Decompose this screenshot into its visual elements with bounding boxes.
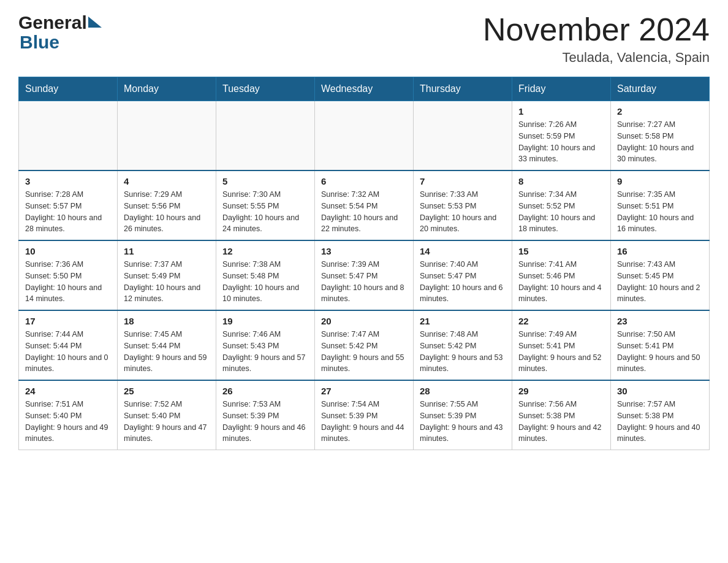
day-number: 24: [25, 386, 111, 396]
calendar-day-cell: 25Sunrise: 7:52 AM Sunset: 5:40 PM Dayli…: [118, 380, 216, 450]
calendar-day-cell: [315, 101, 414, 171]
day-number: 19: [222, 316, 308, 326]
day-number: 27: [321, 386, 407, 396]
day-number: 25: [124, 386, 210, 396]
day-number: 5: [222, 176, 308, 186]
calendar-day-cell: 12Sunrise: 7:38 AM Sunset: 5:48 PM Dayli…: [216, 240, 315, 310]
calendar-day-cell: 18Sunrise: 7:45 AM Sunset: 5:44 PM Dayli…: [118, 310, 216, 380]
calendar-day-cell: 15Sunrise: 7:41 AM Sunset: 5:46 PM Dayli…: [512, 240, 611, 310]
day-info: Sunrise: 7:37 AM Sunset: 5:49 PM Dayligh…: [124, 259, 210, 305]
weekday-header-thursday: Thursday: [414, 77, 512, 101]
location: Teulada, Valencia, Spain: [483, 50, 710, 66]
day-info: Sunrise: 7:44 AM Sunset: 5:44 PM Dayligh…: [25, 329, 111, 375]
day-info: Sunrise: 7:45 AM Sunset: 5:44 PM Dayligh…: [124, 329, 210, 375]
day-number: 17: [25, 316, 111, 326]
day-info: Sunrise: 7:28 AM Sunset: 5:57 PM Dayligh…: [25, 189, 111, 235]
calendar-day-cell: 7Sunrise: 7:33 AM Sunset: 5:53 PM Daylig…: [414, 170, 512, 240]
calendar-day-cell: 6Sunrise: 7:32 AM Sunset: 5:54 PM Daylig…: [315, 170, 414, 240]
calendar-day-cell: [118, 101, 216, 171]
day-info: Sunrise: 7:27 AM Sunset: 5:58 PM Dayligh…: [617, 119, 703, 165]
day-info: Sunrise: 7:39 AM Sunset: 5:47 PM Dayligh…: [321, 259, 407, 305]
calendar-day-cell: 24Sunrise: 7:51 AM Sunset: 5:40 PM Dayli…: [19, 380, 118, 450]
day-info: Sunrise: 7:34 AM Sunset: 5:52 PM Dayligh…: [518, 189, 604, 235]
day-info: Sunrise: 7:30 AM Sunset: 5:55 PM Dayligh…: [222, 189, 308, 235]
day-info: Sunrise: 7:47 AM Sunset: 5:42 PM Dayligh…: [321, 329, 407, 375]
day-info: Sunrise: 7:49 AM Sunset: 5:41 PM Dayligh…: [518, 329, 604, 375]
calendar-day-cell: [216, 101, 315, 171]
day-number: 13: [321, 246, 407, 256]
day-number: 29: [518, 386, 604, 396]
day-info: Sunrise: 7:35 AM Sunset: 5:51 PM Dayligh…: [617, 189, 703, 235]
day-number: 4: [124, 176, 210, 186]
day-number: 7: [420, 176, 506, 186]
calendar-day-cell: 8Sunrise: 7:34 AM Sunset: 5:52 PM Daylig…: [512, 170, 611, 240]
header: General Blue November 2024 Teulada, Vale…: [18, 12, 710, 66]
calendar-day-cell: 5Sunrise: 7:30 AM Sunset: 5:55 PM Daylig…: [216, 170, 315, 240]
day-number: 20: [321, 316, 407, 326]
calendar-week-row: 3Sunrise: 7:28 AM Sunset: 5:57 PM Daylig…: [19, 170, 710, 240]
day-info: Sunrise: 7:57 AM Sunset: 5:38 PM Dayligh…: [617, 399, 703, 445]
day-number: 2: [617, 106, 703, 117]
day-info: Sunrise: 7:26 AM Sunset: 5:59 PM Dayligh…: [518, 119, 604, 165]
calendar-week-row: 10Sunrise: 7:36 AM Sunset: 5:50 PM Dayli…: [19, 240, 710, 310]
day-number: 18: [124, 316, 210, 326]
day-info: Sunrise: 7:32 AM Sunset: 5:54 PM Dayligh…: [321, 189, 407, 235]
day-info: Sunrise: 7:51 AM Sunset: 5:40 PM Dayligh…: [25, 399, 111, 445]
weekday-header-row: SundayMondayTuesdayWednesdayThursdayFrid…: [19, 77, 710, 101]
calendar-day-cell: 11Sunrise: 7:37 AM Sunset: 5:49 PM Dayli…: [118, 240, 216, 310]
calendar-day-cell: [19, 101, 118, 171]
logo-blue: Blue: [20, 32, 59, 52]
calendar-day-cell: 27Sunrise: 7:54 AM Sunset: 5:39 PM Dayli…: [315, 380, 414, 450]
day-number: 23: [617, 316, 703, 326]
day-number: 3: [25, 176, 111, 186]
weekday-header-sunday: Sunday: [19, 77, 118, 101]
day-number: 6: [321, 176, 407, 186]
day-info: Sunrise: 7:54 AM Sunset: 5:39 PM Dayligh…: [321, 399, 407, 445]
day-number: 10: [25, 246, 111, 256]
day-number: 12: [222, 246, 308, 256]
calendar-day-cell: 13Sunrise: 7:39 AM Sunset: 5:47 PM Dayli…: [315, 240, 414, 310]
calendar-day-cell: 19Sunrise: 7:46 AM Sunset: 5:43 PM Dayli…: [216, 310, 315, 380]
logo-arrow-icon: [88, 17, 102, 28]
calendar-day-cell: [414, 101, 512, 171]
day-number: 28: [420, 386, 506, 396]
calendar-day-cell: 20Sunrise: 7:47 AM Sunset: 5:42 PM Dayli…: [315, 310, 414, 380]
day-info: Sunrise: 7:55 AM Sunset: 5:39 PM Dayligh…: [420, 399, 506, 445]
weekday-header-saturday: Saturday: [611, 77, 710, 101]
calendar-day-cell: 21Sunrise: 7:48 AM Sunset: 5:42 PM Dayli…: [414, 310, 512, 380]
logo-general: General: [18, 12, 87, 33]
day-info: Sunrise: 7:41 AM Sunset: 5:46 PM Dayligh…: [518, 259, 604, 305]
calendar-day-cell: 29Sunrise: 7:56 AM Sunset: 5:38 PM Dayli…: [512, 380, 611, 450]
weekday-header-monday: Monday: [118, 77, 216, 101]
day-info: Sunrise: 7:33 AM Sunset: 5:53 PM Dayligh…: [420, 189, 506, 235]
day-info: Sunrise: 7:43 AM Sunset: 5:45 PM Dayligh…: [617, 259, 703, 305]
calendar-day-cell: 16Sunrise: 7:43 AM Sunset: 5:45 PM Dayli…: [611, 240, 710, 310]
calendar-day-cell: 14Sunrise: 7:40 AM Sunset: 5:47 PM Dayli…: [414, 240, 512, 310]
day-number: 22: [518, 316, 604, 326]
calendar-day-cell: 2Sunrise: 7:27 AM Sunset: 5:58 PM Daylig…: [611, 101, 710, 171]
day-info: Sunrise: 7:53 AM Sunset: 5:39 PM Dayligh…: [222, 399, 308, 445]
calendar-week-row: 17Sunrise: 7:44 AM Sunset: 5:44 PM Dayli…: [19, 310, 710, 380]
day-number: 16: [617, 246, 703, 256]
day-number: 26: [222, 386, 308, 396]
month-title: November 2024: [483, 12, 710, 47]
day-number: 11: [124, 246, 210, 256]
calendar-day-cell: 3Sunrise: 7:28 AM Sunset: 5:57 PM Daylig…: [19, 170, 118, 240]
day-info: Sunrise: 7:36 AM Sunset: 5:50 PM Dayligh…: [25, 259, 111, 305]
calendar-week-row: 1Sunrise: 7:26 AM Sunset: 5:59 PM Daylig…: [19, 101, 710, 171]
calendar-day-cell: 1Sunrise: 7:26 AM Sunset: 5:59 PM Daylig…: [512, 101, 611, 171]
day-info: Sunrise: 7:56 AM Sunset: 5:38 PM Dayligh…: [518, 399, 604, 445]
calendar-day-cell: 10Sunrise: 7:36 AM Sunset: 5:50 PM Dayli…: [19, 240, 118, 310]
calendar-day-cell: 22Sunrise: 7:49 AM Sunset: 5:41 PM Dayli…: [512, 310, 611, 380]
logo: General Blue: [18, 12, 102, 53]
day-info: Sunrise: 7:50 AM Sunset: 5:41 PM Dayligh…: [617, 329, 703, 375]
calendar-day-cell: 26Sunrise: 7:53 AM Sunset: 5:39 PM Dayli…: [216, 380, 315, 450]
day-info: Sunrise: 7:38 AM Sunset: 5:48 PM Dayligh…: [222, 259, 308, 305]
calendar-day-cell: 9Sunrise: 7:35 AM Sunset: 5:51 PM Daylig…: [611, 170, 710, 240]
day-info: Sunrise: 7:40 AM Sunset: 5:47 PM Dayligh…: [420, 259, 506, 305]
day-info: Sunrise: 7:48 AM Sunset: 5:42 PM Dayligh…: [420, 329, 506, 375]
calendar-day-cell: 28Sunrise: 7:55 AM Sunset: 5:39 PM Dayli…: [414, 380, 512, 450]
day-info: Sunrise: 7:29 AM Sunset: 5:56 PM Dayligh…: [124, 189, 210, 235]
weekday-header-wednesday: Wednesday: [315, 77, 414, 101]
weekday-header-tuesday: Tuesday: [216, 77, 315, 101]
